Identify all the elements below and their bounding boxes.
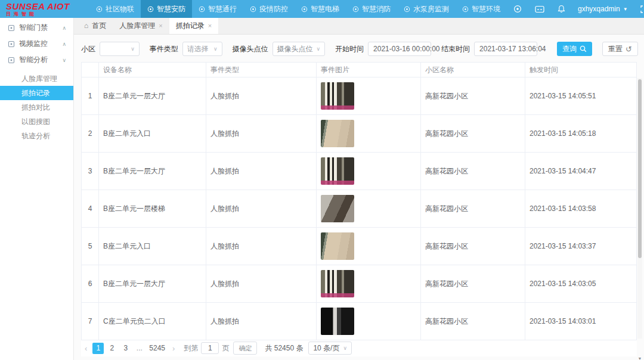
trigger-time-cell: 2021-03-15 14:03:58	[525, 190, 637, 227]
scrollbar-down-arrow[interactable]: ▼	[637, 356, 642, 360]
chevron-down-icon: ∨	[127, 46, 135, 52]
table-row[interactable]: 6 B座二单元一层大厅 人脸抓拍 高新花园小区 2021-03-15 14:03…	[81, 265, 637, 303]
topbar-menu-item[interactable]: 智慧安防	[141, 0, 192, 18]
event-snapshot-image[interactable]	[321, 308, 354, 335]
tab-label: 抓拍记录	[176, 21, 205, 31]
community-name-cell: 高新花园小区	[421, 153, 525, 190]
tab[interactable]: 抓拍记录 ×	[169, 17, 218, 34]
tab-close-icon[interactable]: ×	[208, 22, 212, 29]
table-row[interactable]: 4 B座二单元一层楼梯 人脸抓拍 高新花园小区 2021-03-15 14:03…	[81, 190, 637, 228]
table-header: 设备名称 事件类型 事件图片 小区名称 触发时间	[81, 62, 637, 77]
community-name-cell: 高新花园小区	[421, 77, 525, 114]
community-filter-label: 小区	[81, 44, 95, 54]
community-name-cell: 高新花园小区	[421, 265, 525, 302]
topbar-menu-item[interactable]: 智慧通行	[192, 0, 243, 18]
event-image-cell	[317, 228, 421, 265]
menu-item-icon	[301, 6, 308, 13]
topbar-menu-item[interactable]: 智慧电梯	[295, 0, 346, 18]
page-unit-label: 页	[222, 343, 229, 353]
event-snapshot-image[interactable]	[321, 157, 354, 185]
table-panel: 设备名称 事件类型 事件图片 小区名称 触发时间 1 B座二单元一层大厅 人脸抓…	[81, 62, 637, 356]
column-header-index	[81, 63, 99, 77]
chevron-down-icon: ∨	[343, 345, 347, 351]
sidebar-group-chevron-icon: ∨	[62, 57, 66, 63]
event-snapshot-image[interactable]	[321, 195, 354, 222]
tab[interactable]: ⌂ 首页	[78, 17, 113, 34]
sidebar-group[interactable]: 智能分析 ∨	[0, 52, 73, 68]
row-index: 3	[81, 153, 99, 190]
topbar-menu-item[interactable]: 水泵房监测	[397, 0, 456, 18]
event-snapshot-image[interactable]	[321, 82, 354, 110]
page-number-button[interactable]: 1	[92, 343, 104, 354]
start-time-input[interactable]: 2021-03-16 00:00:00	[368, 42, 431, 56]
sidebar-group[interactable]: 视频监控 ∧	[0, 36, 73, 52]
reset-button-label: 重置	[608, 44, 623, 54]
menu-item-icon	[250, 6, 256, 13]
trigger-time-cell: 2021-03-15 14:05:18	[525, 115, 637, 152]
prev-page-icon[interactable]: ‹	[82, 344, 89, 353]
sidebar-sub-item[interactable]: 抓拍对比	[0, 100, 73, 114]
next-page-icon[interactable]: ›	[170, 344, 177, 353]
topbar-menu-item[interactable]: 社区物联	[89, 0, 141, 18]
event-snapshot-image[interactable]	[321, 120, 354, 147]
page-number-button[interactable]: 2	[106, 343, 117, 354]
event-snapshot-image[interactable]	[321, 270, 354, 297]
topbar-menu-item[interactable]: 疫情防控	[243, 0, 295, 18]
goto-page-label: 到第	[184, 343, 198, 353]
user-menu[interactable]: gxhyxqadmin ▼	[572, 5, 634, 13]
sidebar-sub-item[interactable]: 人脸库管理	[0, 72, 73, 86]
table-scrollbar[interactable]	[637, 78, 642, 339]
goto-confirm-button[interactable]: 确定	[233, 342, 257, 355]
event-snapshot-image[interactable]	[321, 232, 354, 260]
goto-page-input[interactable]: 1	[201, 342, 219, 354]
end-time-input[interactable]: 2021-03-17 13:06:04	[474, 42, 537, 56]
scrollbar-thumb[interactable]	[638, 79, 642, 258]
event-type-select[interactable]: 请选择 ∨	[182, 42, 222, 56]
event-type-cell: 人脸抓拍	[206, 153, 317, 190]
menu-item-label: 社区物联	[106, 4, 134, 14]
topbar-menu-item[interactable]: 智慧环境	[456, 0, 507, 18]
table-row[interactable]: 1 B座二单元一层大厅 人脸抓拍 高新花园小区 2021-03-15 14:05…	[81, 77, 637, 115]
device-name-cell: B座二单元入口	[99, 228, 206, 265]
app-logo: SUNSEA AIOT 日海智能	[0, 2, 89, 17]
page-size-select[interactable]: 10 条/页 ∨	[308, 342, 352, 355]
menu-item-label: 水泵房监测	[413, 4, 449, 14]
table-row[interactable]: 5 B座二单元入口 人脸抓拍 高新花园小区 2021-03-15 14:03:3…	[81, 228, 637, 265]
username: gxhyxqadmin	[578, 5, 620, 13]
main-content: 小区 ∨ 事件类型 请选择 ∨ 摄像头点位 摄像头点位 ∨ 开始时间 2021-…	[74, 35, 644, 360]
sidebar-group-label: 智能门禁	[19, 23, 48, 33]
settings-icon[interactable]	[507, 0, 528, 18]
page-number-button[interactable]: 5245	[147, 343, 167, 354]
sidebar-sub-item[interactable]: 以图搜图	[0, 114, 73, 129]
message-card-icon[interactable]	[528, 0, 551, 18]
event-type-cell: 人脸抓拍	[206, 265, 317, 302]
tab[interactable]: 人脸库管理 ×	[113, 17, 169, 34]
camera-select[interactable]: 摄像头点位 ∨	[273, 42, 326, 56]
event-type-select-placeholder: 请选择	[187, 44, 209, 54]
fullscreen-icon[interactable]	[634, 0, 644, 18]
row-index: 6	[81, 265, 99, 302]
device-name-cell: B座二单元一层楼梯	[99, 190, 206, 227]
reset-button[interactable]: 重置 ↺	[602, 42, 638, 56]
tab-close-icon[interactable]: ×	[159, 22, 162, 29]
community-name-cell: 高新花园小区	[421, 228, 525, 265]
table-row[interactable]: 7 C座二单元负二入口 人脸抓拍 高新花园小区 2021-03-15 14:03…	[81, 303, 637, 340]
sidebar-sub-item[interactable]: 抓拍记录	[0, 86, 73, 100]
notification-bell-icon[interactable]	[551, 0, 572, 18]
trigger-time-cell: 2021-03-15 14:04:47	[525, 153, 637, 190]
table-row[interactable]: 3 B座二单元一层大厅 人脸抓拍 高新花园小区 2021-03-15 14:04…	[81, 153, 637, 190]
start-time-label: 开始时间	[335, 44, 364, 54]
menu-item-icon	[96, 6, 103, 13]
community-select[interactable]: ∨	[100, 42, 140, 56]
topbar-menu-item[interactable]: 智慧消防	[346, 0, 397, 18]
search-button[interactable]: 查询	[557, 42, 592, 56]
sidebar-group[interactable]: 智能门禁 ∧	[0, 20, 73, 36]
table-row[interactable]: 2 B座二单元入口 人脸抓拍 高新花园小区 2021-03-15 14:05:1…	[81, 115, 637, 153]
page-number-button[interactable]: 3	[120, 343, 131, 354]
logo-title: SUNSEA AIOT	[6, 2, 89, 11]
event-image-cell	[317, 265, 421, 302]
trigger-time-cell: 2021-03-15 14:03:01	[525, 303, 637, 340]
camera-filter-label: 摄像头点位	[233, 44, 268, 54]
tab-label: 人脸库管理	[119, 21, 155, 31]
sidebar-sub-item[interactable]: 轨迹分析	[0, 129, 73, 143]
